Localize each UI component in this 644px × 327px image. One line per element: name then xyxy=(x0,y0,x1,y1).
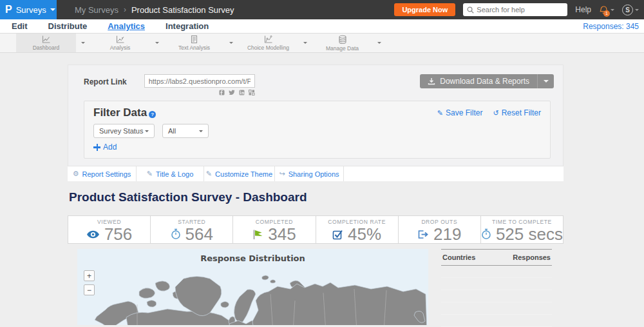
filter-selects-row: Survey Status All xyxy=(93,124,541,138)
chevron-down-icon xyxy=(199,130,203,132)
toolbar-group-choice-modelling: Choice Modelling xyxy=(238,34,312,52)
surveys-menu-label: Surveys xyxy=(16,5,46,15)
notifications-button[interactable]: 1 xyxy=(599,5,614,15)
tab-label: Report Settings xyxy=(82,170,131,178)
tab-title-logo[interactable]: ✎ Title & Logo xyxy=(137,166,204,181)
help-link[interactable]: Help xyxy=(575,5,591,14)
help-search[interactable] xyxy=(463,3,567,16)
stopwatch-icon xyxy=(481,228,491,240)
survey-nav: Edit Distribute Analytics Integration Re… xyxy=(0,19,644,34)
upgrade-now-button[interactable]: Upgrade Now xyxy=(394,3,455,16)
add-filter-link[interactable]: Add xyxy=(93,143,127,152)
table-row xyxy=(441,266,552,278)
breadcrumb: My Surveys › Product Satisfaction Survey xyxy=(75,5,234,15)
nav-item-distribute[interactable]: Distribute xyxy=(48,21,88,31)
map-zoom-in-button[interactable]: + xyxy=(84,270,95,281)
report-tabs: ⚙ Report Settings ✎ Title & Logo ✎ Custo… xyxy=(68,166,564,181)
report-link-input[interactable] xyxy=(144,74,255,88)
share-icons-row xyxy=(219,90,255,95)
download-split-button: Download Data & Reports xyxy=(420,74,554,88)
survey-status-value: Survey Status xyxy=(99,127,143,135)
tab-label: Customize Theme xyxy=(215,170,272,178)
toolbar-group-dashboard: Dashboard xyxy=(16,34,90,52)
database-icon xyxy=(337,35,348,45)
breadcrumb-my-surveys[interactable]: My Surveys xyxy=(75,5,118,15)
breadcrumb-separator: › xyxy=(124,5,126,14)
manage-data-dropdown-caret[interactable] xyxy=(372,34,386,52)
report-link-input-col xyxy=(144,74,255,95)
flag-icon xyxy=(252,229,263,240)
report-link-label: Report Link xyxy=(84,77,127,86)
choice-modelling-dropdown-caret[interactable] xyxy=(298,34,312,52)
table-row xyxy=(441,302,552,315)
content-column: Report Link Download Data & Reports xyxy=(68,64,564,325)
chevron-down-icon xyxy=(145,130,149,132)
add-filter-label: Add xyxy=(103,143,117,152)
reset-filter-link[interactable]: ↺ Reset Filter xyxy=(493,108,541,117)
survey-status-select[interactable]: Survey Status xyxy=(93,124,155,138)
chevron-down-icon xyxy=(611,9,614,11)
download-data-reports-button[interactable]: Download Data & Reports xyxy=(420,74,537,88)
facebook-icon[interactable] xyxy=(219,90,225,95)
filter-value: All xyxy=(168,127,176,135)
tab-label: Title & Logo xyxy=(156,170,193,178)
save-filter-link[interactable]: ✎ Save Filter xyxy=(437,108,483,117)
chevron-down-icon xyxy=(377,42,381,44)
toolbar-group-analysis: Analysis xyxy=(90,34,164,52)
reset-icon: ↺ xyxy=(493,109,498,117)
pencil-icon: ✎ xyxy=(206,170,212,178)
world-map[interactable] xyxy=(77,255,428,325)
filter-help-icon[interactable]: ? xyxy=(149,111,156,118)
response-distribution-section: Response Distribution + − xyxy=(68,249,564,325)
countries-column-header: Countries xyxy=(442,253,475,261)
chevron-down-icon xyxy=(81,42,85,44)
questionpro-logo: P xyxy=(5,5,12,15)
responses-column-header: Responses xyxy=(513,253,551,261)
text-analysis-dropdown-caret[interactable] xyxy=(224,34,238,52)
nav-item-integration[interactable]: Integration xyxy=(166,21,209,31)
reset-filter-label: Reset Filter xyxy=(502,108,541,117)
download-options-caret[interactable] xyxy=(537,74,554,88)
breadcrumb-current-survey: Product Satisfaction Survey xyxy=(131,5,234,15)
report-link-row: Report Link Download Data & Reports xyxy=(84,74,554,95)
stat-value: 525 secs xyxy=(496,226,563,243)
response-distribution-map[interactable]: Response Distribution + − xyxy=(77,249,428,325)
analysis-dropdown-caret[interactable] xyxy=(150,34,164,52)
toolbar-label: Manage Data xyxy=(326,45,359,52)
report-settings-panel: Report Link Download Data & Reports xyxy=(68,64,564,166)
dashboard-button[interactable]: Dashboard xyxy=(16,34,76,52)
choice-modelling-button[interactable]: Choice Modelling xyxy=(238,34,298,52)
embed-icon[interactable] xyxy=(249,90,255,95)
save-filter-label: Save Filter xyxy=(446,108,482,117)
analysis-button[interactable]: Analysis xyxy=(90,34,150,52)
nav-item-edit[interactable]: Edit xyxy=(12,21,28,31)
stat-started: STARTED 564 xyxy=(151,216,233,243)
trend-chart-icon xyxy=(115,35,125,44)
survey-stats-bar: VIEWED 756 STARTED 564 COMPLET xyxy=(68,215,564,244)
twitter-icon[interactable] xyxy=(229,90,235,95)
tab-customize-theme[interactable]: ✎ Customize Theme xyxy=(204,166,275,181)
chevron-down-icon xyxy=(229,42,233,44)
avatar: S xyxy=(622,5,633,15)
text-analysis-button[interactable]: Text Analysis xyxy=(164,34,224,52)
responses-count-link[interactable]: Responses: 345 xyxy=(583,22,639,31)
pencil-icon: ✎ xyxy=(437,109,443,117)
toolbar-label: Choice Modelling xyxy=(247,45,289,51)
filter-value-select[interactable]: All xyxy=(162,124,209,138)
help-search-input[interactable] xyxy=(477,6,560,14)
tab-report-settings[interactable]: ⚙ Report Settings xyxy=(68,166,137,181)
account-menu[interactable]: S xyxy=(622,5,639,15)
filter-data-title: Filter Data xyxy=(93,106,147,119)
surveys-product-menu[interactable]: P Surveys xyxy=(0,0,57,19)
page-body: Report Link Download Data & Reports xyxy=(0,53,644,327)
tab-sharing-options[interactable]: ↪ Sharing Options xyxy=(275,166,344,181)
chevron-down-icon xyxy=(155,42,159,44)
linkedin-icon[interactable] xyxy=(239,90,245,95)
map-zoom-out-button[interactable]: − xyxy=(84,284,95,295)
map-title: Response Distribution xyxy=(77,249,428,263)
dashboard-dropdown-caret[interactable] xyxy=(76,34,90,52)
search-icon xyxy=(467,6,474,14)
nav-item-analytics[interactable]: Analytics xyxy=(108,21,145,31)
stat-viewed: VIEWED 756 xyxy=(68,216,151,243)
manage-data-button[interactable]: Manage Data xyxy=(312,34,372,52)
